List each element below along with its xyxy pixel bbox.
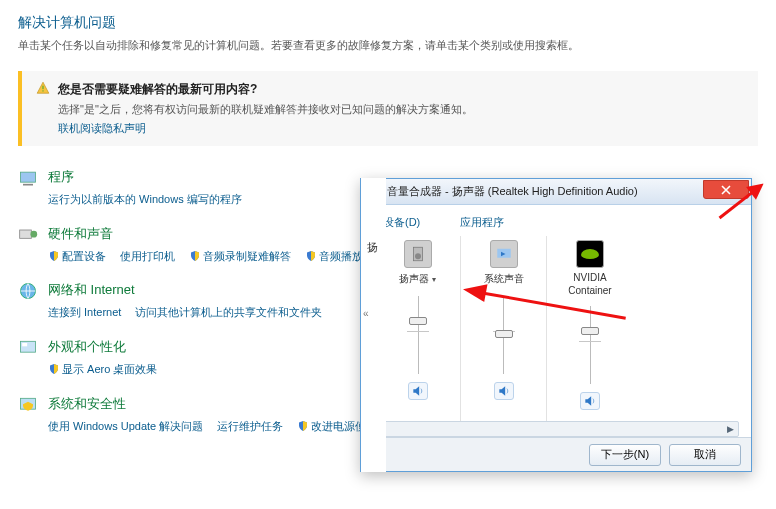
- svg-rect-4: [20, 230, 32, 238]
- volume-slider[interactable]: [413, 296, 423, 374]
- mute-button[interactable]: [494, 382, 514, 400]
- mixer-col-nvidia: NVIDIA Container: [547, 236, 633, 422]
- collapse-icon[interactable]: «: [363, 308, 369, 319]
- mixer-title: 音量合成器 - 扬声器 (Realtek High Definition Aud…: [387, 184, 638, 199]
- clipped-label: 扬: [367, 240, 381, 255]
- mixer-titlebar[interactable]: 音量合成器 - 扬声器 (Realtek High Definition Aud…: [361, 179, 751, 205]
- volume-slider[interactable]: [499, 296, 509, 374]
- svg-point-5: [31, 231, 38, 238]
- mixer-footer: 下一步(N) 取消: [361, 437, 751, 471]
- nvidia-icon: [576, 240, 604, 268]
- next-button[interactable]: 下一步(N): [589, 444, 661, 466]
- svg-rect-3: [23, 184, 33, 186]
- mixer-scrollbar[interactable]: ◀ ▶: [373, 421, 739, 437]
- chevron-down-icon[interactable]: ▾: [432, 275, 436, 284]
- device-label: 扬声器 ▾: [375, 272, 460, 286]
- notice-description: 选择"是"之后，您将有权访问最新的联机疑难解答并接收对已知问题的解决方案通知。: [58, 102, 744, 117]
- speaker-device-icon: [404, 240, 432, 268]
- notice-title: 您是否需要疑难解答的最新可用内容?: [58, 81, 257, 98]
- cat-link[interactable]: 访问其他计算机上的共享文件和文件夹: [135, 306, 322, 318]
- cat-link[interactable]: 显示 Aero 桌面效果: [48, 363, 157, 375]
- device-label: 系统声音: [461, 272, 546, 286]
- cat-link[interactable]: 音频录制疑难解答: [189, 250, 291, 262]
- volume-mixer-window: 音量合成器 - 扬声器 (Realtek High Definition Aud…: [360, 178, 752, 472]
- page-title: 解决计算机问题: [18, 14, 758, 32]
- scroll-right-icon[interactable]: ▶: [722, 422, 738, 436]
- page-description: 单击某个任务以自动排除和修复常见的计算机问题。若要查看更多的故障修复方案，请单击…: [18, 38, 758, 53]
- system-sound-icon: [490, 240, 518, 268]
- svg-rect-7: [21, 341, 36, 352]
- warning-icon: [36, 81, 50, 95]
- cat-link[interactable]: 使用打印机: [120, 250, 175, 262]
- hardware-icon: [18, 225, 38, 245]
- cat-link[interactable]: 连接到 Internet: [48, 306, 121, 318]
- programs-icon: [18, 168, 38, 188]
- mute-button[interactable]: [408, 382, 428, 400]
- privacy-link[interactable]: 联机阅读隐私声明: [58, 121, 744, 136]
- cat-link[interactable]: 运行为以前版本的 Windows 编写的程序: [48, 193, 242, 205]
- volume-slider[interactable]: [585, 306, 595, 384]
- close-button[interactable]: [703, 180, 749, 199]
- apps-header: 应用程序: [460, 215, 504, 230]
- svg-rect-8: [22, 343, 27, 346]
- cancel-button[interactable]: 取消: [669, 444, 741, 466]
- cat-link[interactable]: 运行维护任务: [217, 420, 283, 432]
- appearance-icon: [18, 338, 38, 358]
- device-label: NVIDIA: [547, 272, 633, 283]
- network-icon: [18, 281, 38, 301]
- device-label-2: Container: [547, 285, 633, 296]
- mute-button[interactable]: [580, 392, 600, 410]
- scroll-track[interactable]: [390, 422, 722, 436]
- device-header: 设备(D): [383, 215, 420, 230]
- svg-rect-1: [42, 90, 43, 91]
- panel-left-edge: «: [360, 178, 386, 472]
- cat-link[interactable]: 使用 Windows Update 解决问题: [48, 420, 203, 432]
- svg-rect-2: [21, 172, 36, 182]
- privacy-notice: 您是否需要疑难解答的最新可用内容? 选择"是"之后，您将有权访问最新的联机疑难解…: [18, 71, 758, 146]
- svg-point-11: [415, 253, 421, 259]
- svg-rect-0: [42, 86, 43, 90]
- cat-link[interactable]: 配置设备: [48, 250, 106, 262]
- system-icon: [18, 395, 38, 415]
- mixer-col-system: 系统声音: [461, 236, 547, 422]
- mixer-col-speaker: 扬声器 ▾: [375, 236, 461, 422]
